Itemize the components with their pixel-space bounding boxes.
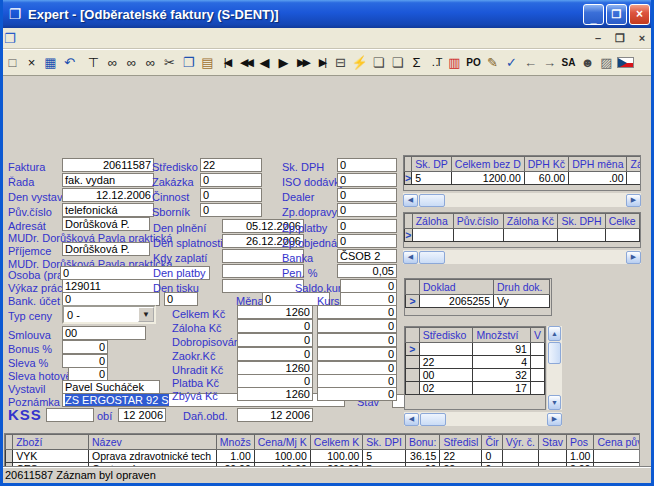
typ-ceny-combobox[interactable]: 0 - ▼ [62, 305, 156, 324]
column-header[interactable] [406, 328, 420, 343]
column-header[interactable]: Sk. DP [412, 157, 452, 172]
zp-platby-field[interactable]: 0 [337, 219, 397, 233]
zalohy-grid[interactable]: ZálohaPův.čísloZáloha KčSk. DPHCelke> [403, 212, 641, 248]
column-header[interactable]: Sk. DPI [363, 435, 406, 450]
fast-forward-icon[interactable]: ▶▶ [294, 53, 311, 72]
strediska-grid[interactable]: StřediskoMnožstvíV>9122400320217 [404, 326, 546, 410]
faktura-field[interactable]: 20611587 [62, 158, 154, 172]
sleva-field[interactable]: 0 [62, 354, 108, 368]
obdobi-field[interactable]: 12 2006 [118, 408, 166, 422]
dealer-field[interactable]: 0 [337, 188, 397, 202]
kurs-field[interactable]: 0 [340, 292, 397, 306]
column-header[interactable] [406, 280, 420, 295]
dph-grid-hscrollbar[interactable]: ◀▶ [403, 193, 641, 207]
doklady-grid[interactable]: DokladDruh dok.>2065255Vy [404, 278, 552, 316]
minimize-button[interactable]: _ [583, 4, 604, 25]
den-vystaveni-field[interactable]: 12.12.2006 [62, 188, 154, 202]
kss-field[interactable] [46, 408, 94, 422]
find-next-icon[interactable]: ∞ [123, 53, 140, 72]
cinnost-field[interactable]: 0 [200, 188, 262, 202]
find-all-icon[interactable]: ∞ [142, 53, 159, 72]
dan-obdobi-field[interactable]: 12 2006 [237, 408, 313, 422]
zakazka-field[interactable]: 0 [200, 173, 262, 187]
new-record-icon[interactable]: □ [4, 53, 21, 72]
column-header[interactable]: Zboží [13, 435, 89, 450]
table-row[interactable]: 0217 [406, 382, 545, 395]
stamp-icon[interactable]: ⊤ [85, 53, 102, 72]
po-clipboard-icon[interactable]: PO [465, 53, 482, 72]
check-note-icon[interactable]: ✓ [503, 53, 520, 72]
zaokr-field2[interactable]: 0 [317, 347, 397, 361]
column-header[interactable]: Záloha Kč [503, 214, 558, 229]
sbornik-field[interactable]: 0 [200, 203, 262, 217]
table-row[interactable]: VYKOprava zdravotnické tech1.00100.00100… [6, 450, 641, 463]
table-row[interactable]: > [405, 229, 640, 242]
zalohy-grid-hscrollbar[interactable]: ◀▶ [403, 250, 641, 264]
cut-icon[interactable]: ✂ [161, 53, 178, 72]
puv-cislo-field[interactable]: telefonická [62, 203, 154, 217]
strediska-grid-vscrollbar[interactable]: ▲▼ [547, 326, 562, 410]
dobropisovano-field[interactable]: 0 [237, 333, 313, 347]
save-icon[interactable]: ▦ [42, 53, 59, 72]
column-header[interactable]: Středisl [440, 435, 482, 450]
fast-backward-icon[interactable]: ◀◀ [237, 53, 254, 72]
copy-icon[interactable]: ❐ [180, 53, 197, 72]
dph-summary-grid[interactable]: Sk. DPCelkem bez DDPH KčDPH měnaZák>5120… [403, 155, 641, 191]
saldo-kurs-field[interactable]: 0 [340, 279, 397, 293]
den-tisku-field[interactable] [222, 279, 304, 293]
column-header[interactable]: Čir [482, 435, 502, 450]
person-icon[interactable]: ☻ [579, 53, 596, 72]
bank-ucet-field[interactable]: 0 [62, 292, 160, 306]
column-header[interactable]: V [530, 328, 544, 343]
sum-icon[interactable]: Σ [408, 53, 425, 72]
banka-field[interactable]: ČSOB 2 [337, 249, 397, 263]
title-bar[interactable]: ❐ Expert - [Odběratelské faktury (S-DENT… [0, 0, 654, 28]
column-header[interactable] [6, 435, 13, 450]
table-row[interactable]: >51200.0060.00.00 [405, 172, 642, 185]
zaokr-field[interactable]: 0 [237, 347, 313, 361]
table-row[interactable]: 0032 [406, 369, 545, 382]
zp-dopravy-field[interactable]: 0 [337, 203, 397, 217]
iso-dodavky-field[interactable]: 0 [337, 173, 397, 187]
zp-objednani-field[interactable]: 0 [337, 234, 397, 248]
sleva-hotove-field[interactable]: 0 [68, 367, 108, 381]
undo-icon[interactable]: ↶ [61, 53, 78, 72]
vykaz-prace-field[interactable]: 129011 [62, 279, 160, 293]
stredisko-field[interactable]: 22 [200, 158, 262, 172]
delete-record-icon[interactable]: × [23, 53, 40, 72]
uhradit-field2[interactable]: 0 [317, 361, 397, 375]
column-header[interactable] [405, 157, 412, 172]
arrow-right-icon[interactable]: → [541, 53, 558, 72]
table-row[interactable]: >2065255Vy [406, 295, 550, 308]
table-row[interactable]: 224 [406, 356, 545, 369]
adresat-field[interactable]: Dorůšková P. [62, 217, 150, 231]
dobropisovano-field2[interactable]: 0 [317, 333, 397, 347]
ruler-icon[interactable]: ▥ [446, 53, 463, 72]
celkem-field2[interactable]: 0 [317, 305, 397, 319]
column-header[interactable]: Celkem K [310, 435, 363, 450]
print-icon[interactable]: ⊟ [332, 53, 349, 72]
column-header[interactable]: Doklad [420, 280, 494, 295]
platba-field2[interactable]: 0 [317, 374, 397, 388]
zaloha-field[interactable]: 0 [237, 319, 313, 333]
column-header[interactable]: DPH měna [569, 157, 627, 172]
zbyva-field[interactable]: 1260 [237, 387, 313, 401]
maximize-button[interactable]: ❐ [606, 4, 627, 25]
column-header[interactable]: Zák [627, 157, 641, 172]
previous-record-icon[interactable]: ◀ [256, 53, 273, 72]
mdi-restore-button[interactable]: ❐ [612, 32, 628, 45]
table-row[interactable]: >91 [406, 343, 545, 356]
zaloha-field2[interactable]: 0 [317, 319, 397, 333]
celkem-field[interactable]: 1260 [237, 305, 313, 319]
column-header[interactable]: Středisko [419, 328, 473, 343]
pen-pct-field[interactable]: 0,05 [337, 264, 397, 278]
mdi-minimize-button[interactable]: – [590, 32, 606, 45]
column-header[interactable]: Pův.číslo [453, 214, 503, 229]
column-header[interactable]: Stav [539, 435, 567, 450]
column-header[interactable] [405, 214, 413, 229]
sa-icon[interactable]: SA [560, 53, 577, 72]
sk-dph-field[interactable]: 0 [337, 158, 397, 172]
platba-field[interactable]: 0 [237, 374, 313, 388]
find-icon[interactable]: ∞ [104, 53, 121, 72]
column-header[interactable]: Druh dok. [494, 280, 550, 295]
